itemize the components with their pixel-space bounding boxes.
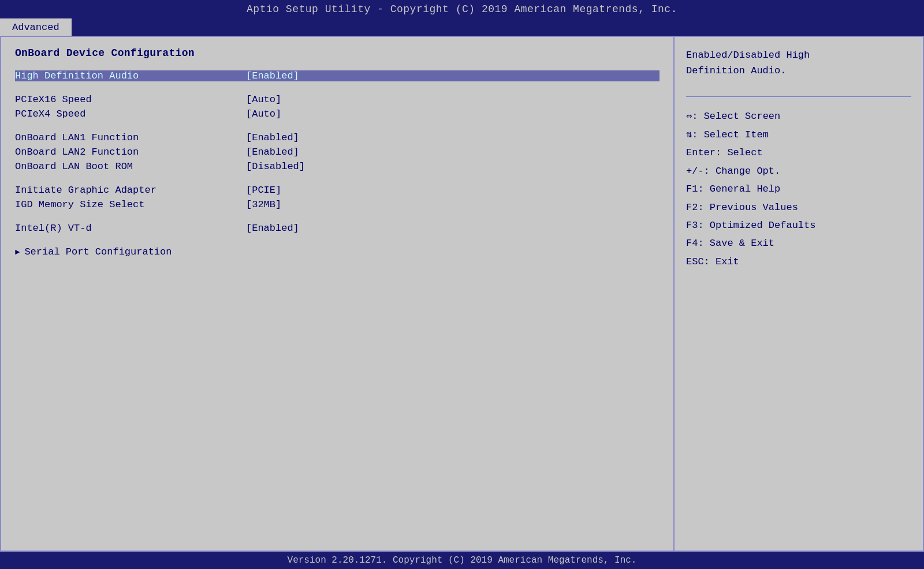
key-help-esc: ESC: Exit [686, 253, 911, 271]
item-label-pciex16: PCIeX16 Speed [15, 94, 246, 105]
config-item-vtd[interactable]: Intel(R) VT-d [Enabled] [15, 223, 660, 234]
spacer-2 [15, 123, 660, 132]
key-help-enter: Enter: Select [686, 144, 911, 162]
spacer-3 [15, 175, 660, 185]
item-value-lan2: [Enabled] [246, 147, 299, 158]
config-item-lan1[interactable]: OnBoard LAN1 Function [Enabled] [15, 132, 660, 143]
config-item-lan-boot-rom[interactable]: OnBoard LAN Boot ROM [Disabled] [15, 161, 660, 172]
config-item-hd-audio[interactable]: High Definition Audio [Enabled] [15, 70, 660, 81]
main-content: OnBoard Device Configuration High Defini… [0, 36, 924, 552]
item-label-lan-boot-rom: OnBoard LAN Boot ROM [15, 161, 246, 172]
item-value-pciex16: [Auto] [246, 94, 281, 105]
key-help-select-item: ⇅: Select Item [686, 126, 911, 144]
item-label-graphic-adapter: Initiate Graphic Adapter [15, 185, 246, 196]
bios-setup-utility: Aptio Setup Utility - Copyright (C) 2019… [0, 0, 924, 569]
config-item-pciex4[interactable]: PCIeX4 Speed [Auto] [15, 108, 660, 119]
left-panel: OnBoard Device Configuration High Defini… [1, 37, 675, 551]
status-bar: Version 2.20.1271. Copyright (C) 2019 Am… [0, 552, 924, 569]
key-help-f1: F1: General Help [686, 180, 911, 198]
item-value-pciex4: [Auto] [246, 108, 281, 119]
item-label-hd-audio: High Definition Audio [15, 70, 246, 81]
item-label-lan2: OnBoard LAN2 Function [15, 147, 246, 158]
help-text-content: Enabled/Disabled HighDefinition Audio. [686, 50, 810, 76]
divider [686, 96, 911, 97]
config-item-serial-port[interactable]: ► Serial Port Configuration [15, 246, 660, 257]
right-panel: Enabled/Disabled HighDefinition Audio. ⇔… [675, 37, 923, 551]
key-help: ⇔: Select Screen ⇅: Select Item Enter: S… [686, 107, 911, 271]
help-text: Enabled/Disabled HighDefinition Audio. [686, 47, 911, 78]
item-label-vtd: Intel(R) VT-d [15, 223, 246, 234]
key-help-f2: F2: Previous Values [686, 199, 911, 216]
item-label-igd-memory: IGD Memory Size Select [15, 199, 246, 210]
config-item-graphic-adapter[interactable]: Initiate Graphic Adapter [PCIE] [15, 185, 660, 196]
item-value-lan1: [Enabled] [246, 132, 299, 143]
item-value-lan-boot-rom: [Disabled] [246, 161, 305, 172]
config-item-igd-memory[interactable]: IGD Memory Size Select [32MB] [15, 199, 660, 210]
tab-row: Advanced [0, 18, 924, 36]
key-help-f3: F3: Optimized Defaults [686, 216, 911, 234]
item-value-vtd: [Enabled] [246, 223, 299, 234]
spacer-4 [15, 214, 660, 223]
key-help-f4: F4: Save & Exit [686, 234, 911, 252]
item-label-serial-port: ► Serial Port Configuration [15, 246, 246, 257]
item-label-pciex4: PCIeX4 Speed [15, 108, 246, 119]
arrow-icon: ► [15, 248, 20, 257]
spacer-5 [15, 237, 660, 246]
tab-advanced[interactable]: Advanced [0, 18, 72, 36]
spacer-1 [15, 85, 660, 94]
item-value-hd-audio: [Enabled] [246, 70, 299, 81]
config-item-pciex16[interactable]: PCIeX16 Speed [Auto] [15, 94, 660, 105]
config-item-lan2[interactable]: OnBoard LAN2 Function [Enabled] [15, 147, 660, 158]
section-title: OnBoard Device Configuration [15, 47, 660, 59]
item-value-graphic-adapter: [PCIE] [246, 185, 281, 196]
key-help-select-screen: ⇔: Select Screen [686, 107, 911, 125]
status-text: Version 2.20.1271. Copyright (C) 2019 Am… [288, 555, 637, 566]
key-help-change-opt: +/-: Change Opt. [686, 162, 911, 180]
title-text: Aptio Setup Utility - Copyright (C) 2019… [247, 3, 677, 15]
item-label-lan1: OnBoard LAN1 Function [15, 132, 246, 143]
item-value-igd-memory: [32MB] [246, 199, 281, 210]
title-bar: Aptio Setup Utility - Copyright (C) 2019… [0, 0, 924, 18]
